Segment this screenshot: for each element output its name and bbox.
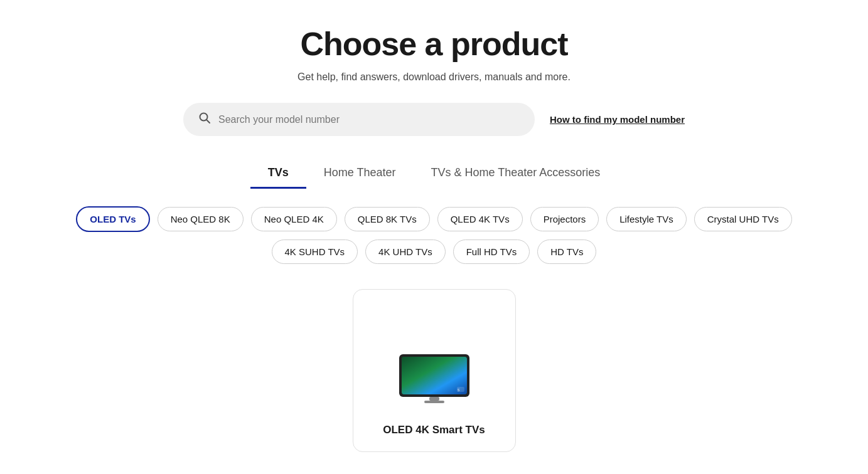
product-name-oled-4k-smart: OLED 4K Smart TVs (383, 424, 485, 436)
page-subtitle: Get help, find answers, download drivers… (297, 71, 571, 83)
chip-oled-tvs[interactable]: OLED TVs (76, 206, 149, 232)
tab-tvs[interactable]: TVs (250, 159, 306, 189)
filter-chips-row2: 4K SUHD TVs4K UHD TVsFull HD TVsHD TVs (272, 240, 597, 264)
search-row: How to find my model number (0, 103, 868, 136)
chip-projectors[interactable]: Projectors (530, 207, 599, 231)
chip-hd-tvs[interactable]: HD TVs (537, 240, 596, 264)
svg-line-1 (206, 120, 210, 123)
page-title: Choose a product (300, 25, 567, 63)
tab-home-theater[interactable]: Home Theater (306, 159, 414, 189)
tab-accessories[interactable]: TVs & Home Theater Accessories (413, 159, 618, 189)
chip-qled-4k[interactable]: QLED 4K TVs (437, 207, 523, 231)
chip-neo-qled-4k[interactable]: Neo QLED 4K (251, 207, 337, 231)
products-grid: S OLED 4K Smart TVs (0, 289, 868, 452)
chip-neo-qled-8k[interactable]: Neo QLED 8K (158, 207, 244, 231)
chip-4k-uhd[interactable]: 4K UHD TVs (365, 240, 446, 264)
find-model-link[interactable]: How to find my model number (550, 114, 685, 125)
chip-4k-suhd[interactable]: 4K SUHD TVs (272, 240, 358, 264)
search-box[interactable] (183, 103, 535, 136)
product-image-oled-4k-smart: S (397, 350, 472, 406)
chip-crystal-uhd[interactable]: Crystal UHD TVs (694, 207, 792, 231)
page-container: Choose a product Get help, find answers,… (0, 0, 868, 452)
svg-rect-3 (424, 401, 444, 403)
chip-qled-8k[interactable]: QLED 8K TVs (345, 207, 430, 231)
product-card-oled-4k-smart[interactable]: S OLED 4K Smart TVs (353, 289, 516, 452)
chip-full-hd[interactable]: Full HD TVs (453, 240, 530, 264)
search-input[interactable] (218, 114, 520, 125)
tabs-row: TVsHome TheaterTVs & Home Theater Access… (250, 159, 618, 189)
chip-lifestyle-tvs[interactable]: Lifestyle TVs (606, 207, 687, 231)
svg-rect-2 (429, 397, 439, 401)
search-icon (198, 112, 211, 127)
filter-chips-row1: OLED TVsNeo QLED 8KNeo QLED 4KQLED 8K TV… (76, 206, 791, 232)
